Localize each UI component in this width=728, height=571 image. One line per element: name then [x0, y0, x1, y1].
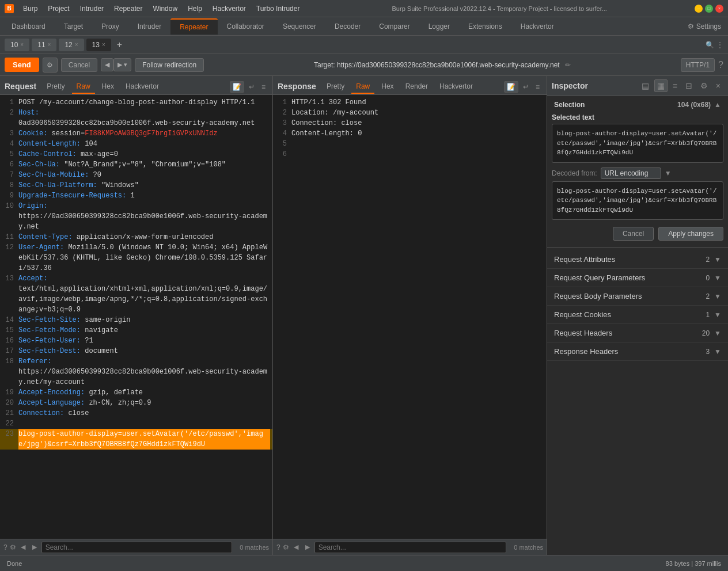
menu-help[interactable]: Help: [183, 3, 207, 14]
request-edit-icon[interactable]: 📝: [230, 81, 244, 93]
tab-13-close[interactable]: ×: [102, 41, 105, 48]
table-row: 23 blog-post-author-display=user.setAvat…: [0, 429, 272, 450]
selection-section-header[interactable]: Selection 104 (0x68) ▲: [547, 96, 728, 113]
settings-gear-button[interactable]: ⚙: [43, 58, 58, 73]
inspector-apply-button[interactable]: Apply changes: [658, 227, 723, 241]
help-icon[interactable]: ?: [718, 60, 723, 70]
response-edit-icon[interactable]: 📝: [504, 81, 518, 93]
nav-sequencer[interactable]: Sequencer: [274, 19, 325, 34]
nav-decoder[interactable]: Decoder: [325, 19, 370, 34]
main-navtabs: Dashboard Target Proxy Intruder Repeater…: [0, 17, 728, 36]
request-tab-pretty[interactable]: Pretty: [42, 80, 69, 94]
menu-intruder[interactable]: Intruder: [75, 3, 108, 14]
request-code-area[interactable]: 1 POST /my-account/change-blog-post-auth…: [0, 95, 272, 539]
menu-hackvertor[interactable]: Hackvertor: [208, 3, 251, 14]
table-row: 3 Connection: close: [273, 118, 547, 128]
table-row: 18 Referer:: [0, 356, 272, 367]
request-cookies-row[interactable]: Request Cookies 1 ▼: [547, 306, 728, 324]
request-search-settings-icon[interactable]: ⚙: [10, 543, 16, 551]
add-tab-button[interactable]: +: [113, 39, 126, 51]
tab-12-label: 12: [65, 41, 72, 49]
table-row: 2 Location: /my-account: [273, 108, 547, 118]
http-version-badge[interactable]: HTTP/1: [681, 58, 715, 72]
request-cookies-chevron: ▼: [714, 311, 721, 319]
edit-target-icon[interactable]: ✏: [565, 61, 571, 69]
request-attributes-row[interactable]: Request Attributes 2 ▼: [547, 250, 728, 269]
response-headers-row[interactable]: Response Headers 3 ▼: [547, 342, 728, 361]
inspector-close-icon[interactable]: ×: [713, 79, 723, 92]
request-search-count: 0 matches: [234, 544, 269, 551]
tab-11-close[interactable]: ×: [48, 41, 51, 48]
maximize-button[interactable]: □: [705, 5, 713, 13]
cancel-button[interactable]: Cancel: [61, 58, 97, 72]
request-tab-hex[interactable]: Hex: [97, 80, 119, 94]
request-search-help-icon[interactable]: ?: [3, 543, 7, 551]
nav-dashboard[interactable]: Dashboard: [2, 19, 55, 34]
request-attributes-label: Request Attributes: [554, 255, 706, 264]
response-search-input[interactable]: [314, 542, 506, 553]
response-search-settings-icon[interactable]: ⚙: [283, 543, 289, 551]
menu-turbointruder[interactable]: Turbo Intruder: [252, 3, 305, 14]
request-body-params-row[interactable]: Request Body Parameters 2 ▼: [547, 287, 728, 306]
inspector-align-icon[interactable]: ≡: [670, 79, 680, 92]
tab-11-label: 11: [37, 41, 45, 49]
request-search-input[interactable]: [41, 542, 232, 553]
inspector-list-icon[interactable]: ▤: [639, 79, 652, 92]
nav-back-button[interactable]: ◀: [101, 58, 113, 71]
request-query-params-row[interactable]: Request Query Parameters 0 ▼: [547, 269, 728, 287]
tab-10-close[interactable]: ×: [20, 41, 24, 48]
request-query-params-label: Request Query Parameters: [554, 273, 706, 282]
settings-button[interactable]: ⚙ Settings: [683, 20, 726, 33]
tab-11[interactable]: 11 ×: [32, 39, 56, 51]
tab-12[interactable]: 12 ×: [59, 39, 84, 51]
inspector-grid-icon[interactable]: ▦: [654, 79, 668, 92]
response-search-help-icon[interactable]: ?: [276, 543, 280, 551]
selection-label: Selection: [554, 101, 585, 109]
menu-burp[interactable]: Burp: [18, 3, 42, 14]
tab-10[interactable]: 10 ×: [5, 39, 29, 51]
table-row: text/html,application/xhtml+xml,applicat…: [0, 284, 272, 315]
request-wrap-icon[interactable]: ↵: [247, 82, 257, 92]
menu-repeater[interactable]: Repeater: [109, 3, 147, 14]
response-tab-hackvertor[interactable]: Hackvertor: [435, 80, 477, 94]
search-icon[interactable]: 🔍: [706, 41, 714, 49]
inspector-split-icon[interactable]: ⊟: [682, 79, 695, 92]
response-search-next-button[interactable]: ▶: [303, 542, 312, 552]
nav-logger[interactable]: Logger: [419, 19, 459, 34]
response-tab-render[interactable]: Render: [401, 80, 433, 94]
send-button[interactable]: Send: [5, 58, 39, 72]
response-wrap-icon[interactable]: ↵: [521, 82, 531, 92]
response-tab-pretty[interactable]: Pretty: [322, 80, 349, 94]
response-tab-hex[interactable]: Hex: [377, 80, 398, 94]
close-button[interactable]: ×: [715, 5, 723, 13]
request-more-icon[interactable]: ≡: [259, 82, 268, 92]
tab-12-close[interactable]: ×: [75, 41, 78, 48]
nav-comparer[interactable]: Comparer: [370, 19, 419, 34]
inspector-cancel-button[interactable]: Cancel: [613, 227, 654, 241]
selection-chevron[interactable]: ▲: [714, 101, 721, 109]
decoded-from-select[interactable]: URL encoding: [601, 168, 661, 179]
nav-hackvertor[interactable]: Hackvertor: [511, 19, 563, 34]
inspector-settings-icon[interactable]: ⚙: [697, 79, 711, 92]
menu-project[interactable]: Project: [43, 3, 74, 14]
request-tab-raw[interactable]: Raw: [72, 80, 95, 94]
follow-redirect-button[interactable]: Follow redirection: [135, 58, 204, 72]
request-headers-row[interactable]: Request Headers 20 ▼: [547, 324, 728, 342]
nav-repeater[interactable]: Repeater: [170, 18, 217, 35]
nav-forward-button[interactable]: ▶ ▾: [113, 58, 131, 71]
nav-intruder[interactable]: Intruder: [128, 19, 170, 34]
tab-13[interactable]: 13 ×: [86, 39, 111, 51]
nav-extensions[interactable]: Extensions: [459, 19, 511, 34]
nav-collaborator[interactable]: Collaborator: [218, 19, 274, 34]
nav-target[interactable]: Target: [55, 19, 92, 34]
response-search-prev-button[interactable]: ◀: [291, 542, 301, 552]
response-more-icon[interactable]: ≡: [533, 82, 542, 92]
minimize-button[interactable]: –: [695, 5, 703, 13]
nav-proxy[interactable]: Proxy: [92, 19, 128, 34]
response-tab-raw[interactable]: Raw: [351, 80, 374, 94]
request-search-prev-button[interactable]: ◀: [18, 542, 28, 552]
more-icon[interactable]: ⋮: [716, 41, 723, 49]
request-search-next-button[interactable]: ▶: [30, 542, 39, 552]
request-tab-hackvertor[interactable]: Hackvertor: [121, 80, 164, 94]
menu-window[interactable]: Window: [148, 3, 182, 14]
